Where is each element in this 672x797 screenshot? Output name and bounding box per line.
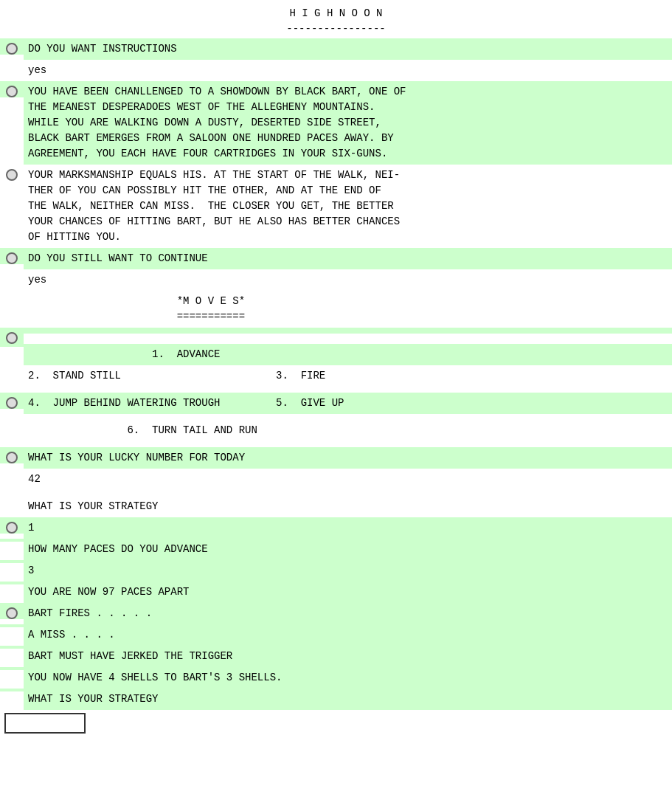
- block-yes1: yes: [0, 60, 672, 81]
- text-col-spacer1: [24, 387, 672, 393]
- block-strategy-val1: 1: [0, 517, 672, 539]
- radio-col-move1: [0, 344, 24, 347]
- block-bart-fires: BART FIRES . . . . .: [0, 603, 672, 624]
- radio-col-strategy-prompt2: [0, 689, 24, 691]
- block-move1: 1. ADVANCE: [0, 344, 672, 365]
- text-line: THER OF YOU CAN POSSIBLY HIT THE OTHER, …: [28, 183, 668, 199]
- text-col-story2: YOUR MARKSMANSHIP EQUALS HIS. AT THE STA…: [24, 165, 672, 248]
- text-col-lucky-value: 42: [24, 469, 672, 490]
- radio-col-yes1: [0, 60, 24, 63]
- strategy-input[interactable]: [4, 713, 86, 734]
- radio-button-story1[interactable]: [6, 86, 18, 97]
- block-move6: 6. TURN TAIL AND RUN: [0, 420, 672, 441]
- text-col-bart-fires: BART FIRES . . . . .: [24, 603, 672, 624]
- block-lucky-value: 42: [0, 469, 672, 490]
- radio-button-story2[interactable]: [6, 169, 18, 181]
- block-spacer4: [0, 490, 672, 496]
- block-lucky-prompt: WHAT IS YOUR LUCKY NUMBER FOR TODAY: [0, 447, 672, 469]
- text-col-shells-msg: YOU NOW HAVE 4 SHELLS TO BART'S 3 SHELLS…: [24, 667, 672, 689]
- text-line: OF HITTING YOU.: [28, 230, 668, 245]
- text-line: WHILE YOU ARE WALKING DOWN A DUSTY, DESE…: [28, 115, 668, 131]
- radio-col-spacer2: [0, 414, 24, 417]
- block-spacer3: [0, 441, 672, 447]
- text-col-story1: YOU HAVE BEEN CHANLLENGED TO A SHOWDOWN …: [24, 81, 672, 165]
- text-col-yes2: yes: [24, 269, 672, 291]
- block-shells-msg: YOU NOW HAVE 4 SHELLS TO BART'S 3 SHELLS…: [0, 667, 672, 689]
- radio-button-move45[interactable]: [6, 397, 18, 409]
- text-line: yes: [28, 272, 668, 288]
- text-line: WHAT IS YOUR STRATEGY: [28, 691, 668, 707]
- block-advance-prompt: HOW MANY PACES DO YOU ADVANCE: [0, 539, 672, 560]
- text-line: 1: [28, 520, 668, 536]
- radio-col-trigger-msg: [0, 646, 24, 649]
- radio-button-lucky-prompt[interactable]: [6, 452, 18, 463]
- block-yes2: yes: [0, 269, 672, 291]
- text-line: 4. JUMP BEHIND WATERING TROUGH 5. GIVE U…: [28, 396, 668, 411]
- text-col-miss-msg: A MISS . . . .: [24, 624, 672, 646]
- radio-col-shells-msg: [0, 667, 24, 670]
- text-line: YOU ARE NOW 97 PACES APART: [28, 584, 668, 600]
- text-col-strategy-prompt2: WHAT IS YOUR STRATEGY: [24, 689, 672, 710]
- radio-button-moves-radio-spacer[interactable]: [6, 332, 18, 344]
- block-apart-msg: YOU ARE NOW 97 PACES APART: [0, 582, 672, 603]
- text-line: WHAT IS YOUR STRATEGY: [28, 499, 668, 514]
- text-line: BLACK BART EMERGES FROM A SALOON ONE HUN…: [28, 131, 668, 146]
- radio-col-moves-header: [0, 291, 24, 294]
- text-col-moves-header: *M O V E S* ===========: [24, 291, 672, 328]
- radio-button-instructions-prompt[interactable]: [6, 43, 18, 55]
- text-col-advance-prompt: HOW MANY PACES DO YOU ADVANCE: [24, 539, 672, 560]
- text-line: 6. TURN TAIL AND RUN: [28, 423, 668, 438]
- text-col-yes1: yes: [24, 60, 672, 81]
- radio-col-move45: [0, 393, 24, 409]
- text-line: *M O V E S*: [28, 294, 668, 309]
- text-col-spacer4: [24, 490, 672, 496]
- text-line: A MISS . . . .: [28, 627, 668, 643]
- block-spacer2: [0, 414, 672, 420]
- text-line: yes: [28, 63, 668, 78]
- block-spacer1: [0, 387, 672, 393]
- radio-col-move6: [0, 420, 24, 423]
- text-line: THE WALK, NEITHER CAN MISS. THE CLOSER Y…: [28, 199, 668, 214]
- text-col-move1: 1. ADVANCE: [24, 344, 672, 365]
- radio-col-instructions-prompt: [0, 38, 24, 55]
- block-move45: 4. JUMP BEHIND WATERING TROUGH 5. GIVE U…: [0, 393, 672, 414]
- radio-col-spacer4: [0, 490, 24, 493]
- text-col-lucky-prompt: WHAT IS YOUR LUCKY NUMBER FOR TODAY: [24, 447, 672, 469]
- text-line: ===========: [28, 309, 668, 325]
- radio-col-spacer3: [0, 441, 24, 444]
- radio-col-story1: [0, 81, 24, 97]
- title-area: H I G H N O O N ----------------: [0, 0, 672, 38]
- terminal: H I G H N O O N ---------------- DO YOU …: [0, 0, 672, 736]
- title-line1: H I G H N O O N: [0, 6, 672, 21]
- radio-col-strategy-prompt1: [0, 496, 24, 499]
- text-col-apart-msg: YOU ARE NOW 97 PACES APART: [24, 582, 672, 603]
- text-line: DO YOU STILL WANT TO CONTINUE: [28, 251, 668, 266]
- text-line: HOW MANY PACES DO YOU ADVANCE: [28, 542, 668, 557]
- radio-col-move23: [0, 365, 24, 368]
- block-moves-header: *M O V E S* ===========: [0, 291, 672, 328]
- radio-col-strategy-val1: [0, 517, 24, 534]
- block-strategy-prompt2: WHAT IS YOUR STRATEGY: [0, 689, 672, 710]
- block-moves-radio-spacer: [0, 328, 672, 344]
- radio-col-advance-val: [0, 560, 24, 563]
- block-continue-prompt: DO YOU STILL WANT TO CONTINUE: [0, 248, 672, 269]
- radio-col-moves-radio-spacer: [0, 328, 24, 344]
- text-col-instructions-prompt: DO YOU WANT INSTRUCTIONS: [24, 38, 672, 60]
- text-col-advance-val: 3: [24, 560, 672, 582]
- radio-col-lucky-value: [0, 469, 24, 472]
- block-move23: 2. STAND STILL 3. FIRE: [0, 365, 672, 387]
- block-miss-msg: A MISS . . . .: [0, 624, 672, 646]
- text-col-spacer3: [24, 441, 672, 447]
- radio-button-strategy-val1[interactable]: [6, 522, 18, 534]
- radio-col-apart-msg: [0, 582, 24, 584]
- radio-button-continue-prompt[interactable]: [6, 252, 18, 264]
- text-line: BART FIRES . . . . .: [28, 606, 668, 621]
- text-line: WHAT IS YOUR LUCKY NUMBER FOR TODAY: [28, 450, 668, 466]
- block-strategy-prompt1: WHAT IS YOUR STRATEGY: [0, 496, 672, 517]
- radio-button-bart-fires[interactable]: [6, 607, 18, 619]
- radio-col-miss-msg: [0, 624, 24, 627]
- input-row: [0, 710, 672, 736]
- text-col-trigger-msg: BART MUST HAVE JERKED THE TRIGGER: [24, 646, 672, 667]
- title-line2: ----------------: [0, 21, 672, 37]
- text-col-spacer2: [24, 414, 672, 420]
